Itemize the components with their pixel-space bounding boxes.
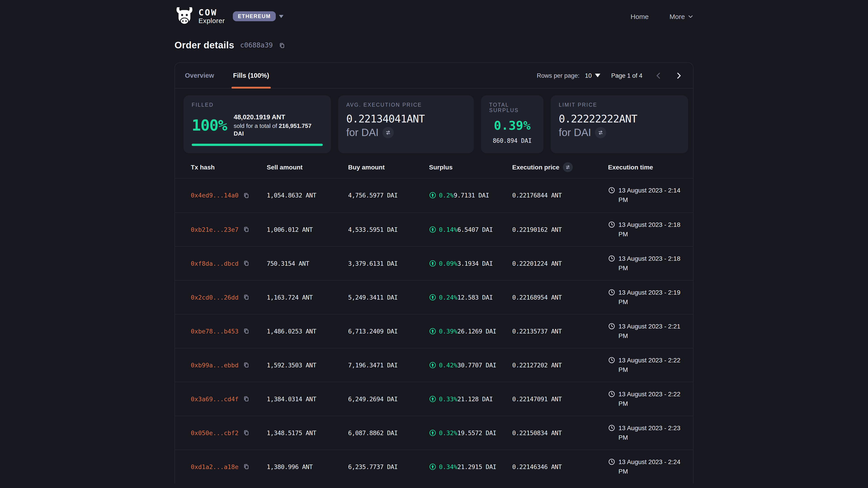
surplus-up-arrow-icon bbox=[429, 327, 436, 335]
logo-subtitle: Explorer bbox=[198, 17, 225, 24]
invert-execution-price-button[interactable] bbox=[563, 162, 573, 172]
surplus-percent: 0.33% bbox=[439, 395, 457, 402]
surplus-percent: 0.42% bbox=[439, 361, 457, 368]
table-row: 0xb99a...ebbd 1,592.3503 ANT 7,196.3471 … bbox=[175, 348, 693, 382]
copy-tx-hash-button[interactable] bbox=[243, 226, 249, 233]
rows-per-page-select[interactable]: 10 bbox=[585, 72, 600, 79]
surplus-percent: 0.09% bbox=[439, 260, 457, 267]
copy-tx-hash-button[interactable] bbox=[243, 294, 249, 300]
buy-amount-cell: 6,713.2409 DAI bbox=[348, 327, 429, 335]
avg-price-unit-text: for DAI bbox=[346, 127, 379, 139]
surplus-amount: 6.5407 DAI bbox=[457, 226, 493, 233]
total-surplus-label: TOTAL SURPLUS bbox=[489, 102, 535, 113]
nav-more-menu[interactable]: More bbox=[670, 12, 693, 20]
copy-tx-hash-button[interactable] bbox=[243, 429, 249, 436]
network-badge[interactable]: ETHEREUM bbox=[233, 11, 276, 21]
network-selector[interactable]: ETHEREUM bbox=[233, 11, 283, 21]
tx-hash-cell: 0xb21e...23e7 bbox=[191, 226, 267, 233]
filled-sold-prefix: sold for a total of bbox=[234, 122, 279, 129]
filled-progress-bar bbox=[192, 143, 323, 146]
order-id: c0688a39 bbox=[240, 41, 273, 49]
filled-content: 100% 48,020.1919 ANT sold for a total of… bbox=[192, 113, 323, 138]
invert-limit-price-button[interactable] bbox=[595, 127, 606, 138]
avg-execution-price-value: 0.22134041ANT bbox=[346, 113, 466, 125]
clock-icon bbox=[608, 221, 615, 228]
cow-logo-icon bbox=[175, 6, 194, 26]
execution-time-text: 13 August 2023 - 2:18 PM bbox=[618, 254, 684, 273]
tx-hash-cell: 0xd1a2...a18e bbox=[191, 463, 267, 470]
execution-time-text: 13 August 2023 - 2:22 PM bbox=[618, 389, 684, 408]
col-execution-time: Execution time bbox=[608, 164, 684, 171]
surplus-up-arrow-icon bbox=[429, 293, 436, 301]
execution-time-text: 13 August 2023 - 2:18 PM bbox=[618, 220, 684, 239]
tx-hash-link[interactable]: 0x4ed9...14a0 bbox=[191, 192, 239, 199]
buy-amount-cell: 6,087.8862 DAI bbox=[348, 429, 429, 436]
previous-page-button[interactable] bbox=[654, 71, 663, 80]
network-caret-down-icon bbox=[279, 15, 283, 18]
table-row: 0xb21e...23e7 1,006.012 ANT 4,533.5951 D… bbox=[175, 212, 693, 246]
surplus-percent: 0.32% bbox=[439, 429, 457, 436]
surplus-up-arrow-icon bbox=[429, 260, 436, 267]
copy-tx-hash-button[interactable] bbox=[243, 192, 249, 199]
execution-time-cell: 13 August 2023 - 2:22 PM bbox=[608, 355, 684, 375]
execution-price-cell: 0.22201224 ANT bbox=[512, 260, 608, 267]
surplus-percent: 0.24% bbox=[439, 293, 457, 301]
tx-hash-link[interactable]: 0xf8da...dbcd bbox=[191, 260, 239, 267]
copy-icon bbox=[243, 429, 249, 436]
copy-icon bbox=[243, 260, 249, 267]
nav-home-link[interactable]: Home bbox=[631, 12, 649, 20]
main-nav: Home More bbox=[631, 12, 693, 20]
surplus-cell: 0.34% 21.2915 DAI bbox=[429, 463, 512, 470]
copy-icon bbox=[243, 294, 249, 300]
surplus-cell: 0.24% 12.583 DAI bbox=[429, 293, 512, 301]
col-tx-hash: Tx hash bbox=[191, 164, 267, 171]
fills-table-body: 0x4ed9...14a0 1,054.8632 ANT 4,756.5977 … bbox=[175, 178, 693, 483]
total-surplus-amount: 860.894 DAI bbox=[489, 137, 535, 144]
execution-time-cell: 13 August 2023 - 2:18 PM bbox=[608, 254, 684, 273]
execution-price-cell: 0.22146346 ANT bbox=[512, 463, 608, 470]
execution-price-cell: 0.22147091 ANT bbox=[512, 395, 608, 402]
next-page-button[interactable] bbox=[675, 71, 683, 80]
copy-tx-hash-button[interactable] bbox=[243, 328, 249, 334]
tab-bar: Overview Fills (100%) Rows per page: 10 … bbox=[175, 63, 693, 89]
tab-fills[interactable]: Fills (100%) bbox=[233, 63, 269, 88]
tab-overview[interactable]: Overview bbox=[185, 63, 214, 88]
copy-tx-hash-button[interactable] bbox=[243, 260, 249, 267]
nav-more-label: More bbox=[670, 12, 685, 20]
copy-icon bbox=[279, 42, 285, 48]
tx-hash-link[interactable]: 0x050e...cbf2 bbox=[191, 429, 239, 436]
swap-arrows-icon bbox=[385, 130, 391, 135]
sell-amount-cell: 1,348.5175 ANT bbox=[267, 429, 348, 436]
copy-icon bbox=[243, 463, 249, 470]
surplus-cell: 0.09% 3.1934 DAI bbox=[429, 260, 512, 267]
copy-tx-hash-button[interactable] bbox=[243, 361, 249, 368]
table-row: 0x2cd0...26dd 1,163.724 ANT 5,249.3411 D… bbox=[175, 280, 693, 314]
copy-tx-hash-button[interactable] bbox=[243, 395, 249, 402]
brand-group: COW Explorer ETHEREUM bbox=[175, 6, 283, 26]
col-buy-amount: Buy amount bbox=[348, 164, 429, 171]
execution-time-cell: 13 August 2023 - 2:23 PM bbox=[608, 423, 684, 442]
surplus-up-arrow-icon bbox=[429, 192, 436, 199]
total-surplus-percent: 0.39% bbox=[489, 119, 535, 132]
sell-amount-cell: 1,054.8632 ANT bbox=[267, 192, 348, 199]
invert-price-button[interactable] bbox=[382, 127, 394, 138]
col-sell-amount: Sell amount bbox=[267, 164, 348, 171]
execution-time-cell: 13 August 2023 - 2:24 PM bbox=[608, 457, 684, 476]
copy-tx-hash-button[interactable] bbox=[243, 463, 249, 470]
tx-hash-cell: 0xb99a...ebbd bbox=[191, 361, 267, 368]
execution-price-cell: 0.22127202 ANT bbox=[512, 361, 608, 368]
tx-hash-link[interactable]: 0xb21e...23e7 bbox=[191, 226, 239, 233]
execution-price-cell: 0.22168954 ANT bbox=[512, 293, 608, 301]
tx-hash-link[interactable]: 0x2cd0...26dd bbox=[191, 293, 239, 301]
tx-hash-link[interactable]: 0xbe78...b453 bbox=[191, 327, 239, 335]
avg-execution-price-label: AVG. EXECUTION PRICE bbox=[346, 102, 466, 107]
top-header: COW Explorer ETHEREUM Home More bbox=[175, 0, 693, 26]
cow-explorer-logo[interactable]: COW Explorer bbox=[175, 6, 225, 26]
limit-price-label: LIMIT PRICE bbox=[559, 102, 680, 107]
tx-hash-link[interactable]: 0xd1a2...a18e bbox=[191, 463, 239, 470]
tx-hash-cell: 0x050e...cbf2 bbox=[191, 429, 267, 436]
tx-hash-link[interactable]: 0x3a69...cd4f bbox=[191, 395, 239, 402]
copy-order-id-button[interactable] bbox=[279, 42, 285, 48]
tx-hash-link[interactable]: 0xb99a...ebbd bbox=[191, 361, 239, 368]
surplus-cell: 0.39% 26.1269 DAI bbox=[429, 327, 512, 335]
